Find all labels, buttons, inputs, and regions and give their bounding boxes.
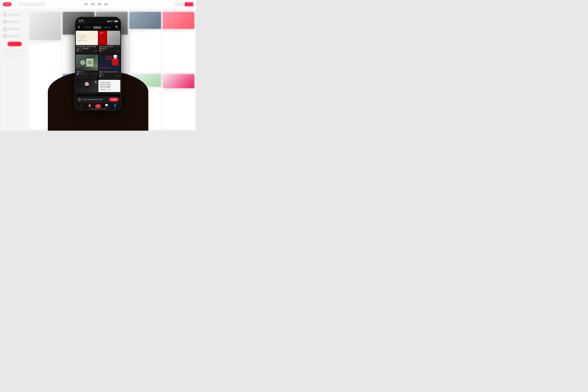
likes-count-guide: 415 [117, 50, 120, 52]
post-likes-guide: ♡ 415 [116, 50, 120, 52]
post-meta-guide: 迎灯 ♡ 415 [99, 50, 120, 52]
app-navigation: ☰ Follow Explore Nearby 🔍 [76, 24, 121, 30]
thumb-guide: guide [98, 31, 120, 45]
author-name-english: lucky [79, 50, 82, 52]
hot-icon: 🔥 [88, 104, 91, 107]
tab-nearby[interactable]: Nearby [104, 26, 111, 28]
bg-nav: 推荐 视频 直播 购物 [84, 3, 108, 6]
post-author-food: Nickel no RAW [77, 73, 88, 75]
heart-icon-refugee: ♡ [115, 75, 116, 77]
signal-bar-4 [109, 20, 109, 22]
post-card-english[interactable]: A. in B. on Code. Are there __ lakes on … [76, 31, 98, 54]
post-thumbnail-china: Friends of China, what do you think of M… [98, 80, 120, 92]
profile-icon: 👤 [114, 104, 116, 107]
nav-item-create[interactable]: + [94, 104, 102, 108]
likes-count-refugee: 1.2万 [116, 75, 120, 77]
phone-wrapper: 11:51 ◀ App Store 5G 94 [75, 17, 121, 110]
likes-count-english: 2354 [94, 50, 97, 52]
post-title-english: 各位英语老师，麻烦看下 这题选什么，我觉得是c... [77, 46, 97, 50]
signal-bars [107, 20, 109, 22]
app-content: ☰ Follow Explore Nearby 🔍 A. in [76, 24, 121, 110]
thumb-paper: A. in B. on Code. Are there __ lakes on … [76, 31, 98, 45]
china-subtitle: 中国朋友们，你们... [100, 88, 119, 90]
search-icon[interactable]: 🔍 [115, 26, 118, 29]
post-author-english: lucky [77, 50, 82, 52]
post-meta-english: lucky ♡ 2354 [77, 50, 97, 52]
likes-count-food: 1072 [94, 73, 97, 75]
hamburger-icon[interactable]: ☰ [78, 26, 80, 29]
nav-label-hot: 热门 [88, 107, 91, 108]
bg-logo: 小红书 [3, 2, 12, 6]
status-bar: 11:51 ◀ App Store 5G 94 [76, 17, 121, 24]
thumb-refugee: TikTok Refugee Do's & Don'ts [98, 54, 120, 70]
post-thumbnail-gothic: ▶ [76, 80, 98, 92]
post-author-refugee: Finn [99, 75, 104, 77]
phone-screen: 11:51 ◀ App Store 5G 94 [76, 17, 121, 110]
post-meta-refugee: Finn ♡ 1.2万 [99, 75, 120, 77]
nav-item-home[interactable]: ⌂ Home [77, 104, 85, 108]
post-likes-english: ♡ 2354 [92, 50, 97, 52]
post-meta-food: Nickel no RAW ♡ 1072 [77, 73, 97, 75]
status-5g: 5G [110, 20, 112, 22]
create-button[interactable]: + [95, 104, 101, 108]
status-right: 5G 94 [107, 20, 118, 22]
bg-logo-text: 小红书 [5, 3, 9, 5]
heart-icon-guide: ♡ [116, 50, 117, 52]
nav-label-me: Me [114, 107, 116, 108]
messages-icon: 💬 [105, 104, 108, 107]
signal-bar-1 [107, 22, 108, 22]
post-info-food: 嗯嗯 吃一口 Nickel no RAW ♡ 1072 [76, 70, 98, 76]
nav-item-messages[interactable]: 💬 Messages [102, 104, 111, 108]
gothic-play-icon: ▶ [94, 81, 97, 83]
signal-bar-3 [108, 21, 109, 22]
post-thumbnail-english: A. in B. on Code. Are there __ lakes on … [76, 31, 98, 45]
post-title-refugee: TikTok refugees come! Do's & Don'ts [99, 71, 120, 75]
post-title-food: 嗯嗯 吃一口 [77, 71, 97, 73]
nav-tabs: Follow Explore Nearby [84, 26, 111, 29]
heart-icon-food: ♡ [92, 73, 94, 75]
home-indicator [91, 108, 105, 109]
post-likes-food: ♡ 1072 [92, 73, 97, 75]
battery-percent: 94 [112, 20, 114, 22]
tab-follow[interactable]: Follow [84, 26, 90, 28]
post-thumbnail-guide: guide [98, 31, 120, 45]
post-card-guide[interactable]: guide Quick guide for TikTok Refugees 🗒 [98, 31, 120, 54]
post-info-english: 各位英语老师，麻烦看下 这题选什么，我觉得是c... lucky ♡ 2354 [76, 45, 98, 52]
bg-sidebar [2, 12, 28, 129]
nav-label-messages: Messages [104, 107, 109, 108]
author-avatar-refugee [99, 75, 101, 77]
nav-item-hot[interactable]: 🔥 热门 [85, 104, 94, 108]
signal-bar-2 [108, 21, 108, 22]
content-grid: A. in B. on Code. Are there __ lakes on … [76, 30, 121, 94]
login-bar-left: Log in to experience more [78, 98, 102, 101]
status-store: ◀ App Store [78, 22, 85, 23]
author-name-refugee: Finn [102, 75, 104, 77]
author-avatar-food [77, 73, 79, 75]
status-time: 11:51 [78, 20, 84, 22]
login-button[interactable]: Log in [109, 98, 118, 101]
post-author-guide: 迎灯 [99, 50, 104, 52]
thumb-china: Friends of China, what do you think of M… [98, 80, 120, 92]
nav-item-me[interactable]: 👤 Me [111, 104, 119, 108]
post-card-gothic[interactable]: ▶ [76, 80, 98, 94]
author-name-guide: 迎灯 [102, 50, 104, 52]
post-thumbnail-food [76, 54, 98, 70]
post-info-refugee: TikTok refugees come! Do's & Don'ts Finn… [98, 70, 120, 78]
tab-explore[interactable]: Explore [93, 26, 101, 29]
login-avatar [78, 98, 82, 101]
author-name-food: Nickel no RAW [79, 73, 88, 75]
post-likes-refugee: ♡ 1.2万 [115, 75, 120, 77]
post-card-refugee[interactable]: TikTok Refugee Do's & Don'ts [98, 54, 120, 80]
post-card-china[interactable]: Friends of China, what do you think of M… [98, 80, 120, 94]
bg-header: 小红书 推荐 视频 直播 购物 [0, 0, 196, 8]
phone-device: 11:51 ◀ App Store 5G 94 [75, 17, 121, 110]
login-bar: Log in to experience more Log in [76, 96, 120, 103]
thumb-food [76, 54, 98, 70]
thumb-gothic: ▶ [76, 80, 98, 92]
author-avatar-english [77, 50, 79, 52]
play-icon: ▶ [116, 56, 119, 58]
login-text: Log in to experience more [82, 98, 102, 100]
battery-icon [115, 20, 118, 22]
author-avatar-guide [99, 50, 101, 52]
post-card-food[interactable]: 嗯嗯 吃一口 Nickel no RAW ♡ 1072 [76, 54, 98, 80]
